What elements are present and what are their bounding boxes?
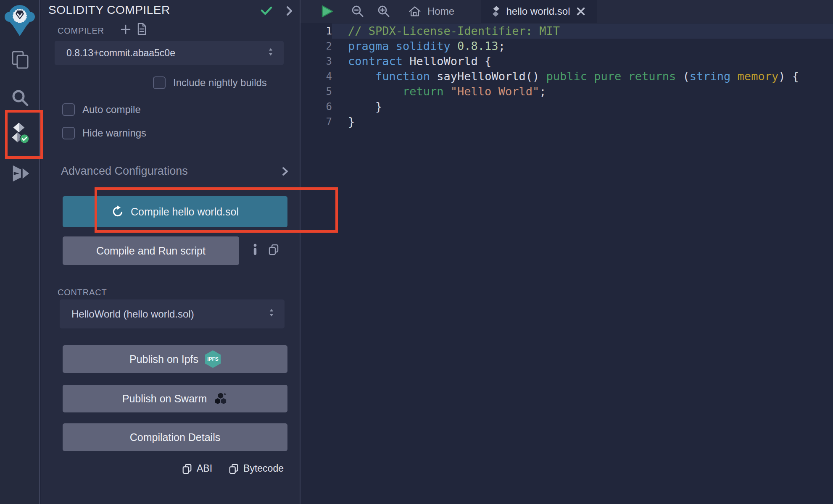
auto-compile-checkbox[interactable] <box>62 103 75 116</box>
zoom-out-icon[interactable] <box>351 0 364 23</box>
compile-button-label: Compile hello world.sol <box>131 206 239 218</box>
tab-hello-world-sol[interactable]: hello world.sol <box>481 0 597 23</box>
select-arrows-icon <box>267 307 276 321</box>
swarm-icon <box>214 392 228 405</box>
compile-success-check-icon <box>260 4 273 18</box>
include-nightly-checkbox[interactable] <box>153 76 166 89</box>
editor-tabbar: Home hello world.sol <box>301 0 833 23</box>
contract-section-label: CONTRACT <box>58 288 107 297</box>
deploy-run-icon[interactable] <box>10 163 31 184</box>
code-line: 3contract HelloWorld { <box>301 54 833 69</box>
close-tab-icon[interactable] <box>576 6 586 16</box>
copy-abi-button[interactable]: ABI <box>182 463 212 474</box>
remix-ide-window: SOLIDITY COMPILER COMPILER 0.8.13+commit… <box>0 0 833 504</box>
abi-label: ABI <box>197 463 212 474</box>
publish-ipfs-label: Publish on Ipfs <box>129 353 198 365</box>
panel-title: SOLIDITY COMPILER <box>48 3 170 17</box>
advanced-configurations-label: Advanced Configurations <box>61 165 188 178</box>
bytecode-label: Bytecode <box>243 463 284 474</box>
line-number: 4 <box>301 69 332 84</box>
advanced-configurations-toggle[interactable]: Advanced Configurations <box>61 165 290 178</box>
copy-icon <box>182 463 192 474</box>
panel-chevron-right-icon[interactable] <box>284 5 295 18</box>
code-line: 1// SPDX-License-Identifier: MIT <box>301 24 833 39</box>
code-line: 2pragma solidity 0.8.13; <box>301 39 833 54</box>
solidity-compiler-panel: SOLIDITY COMPILER COMPILER 0.8.13+commit… <box>41 0 301 504</box>
publish-swarm-button[interactable]: Publish on Swarm <box>63 385 287 412</box>
editor-area: Home hello world.sol 1// SPDX-License-Id… <box>301 0 833 504</box>
activity-bar <box>0 0 40 504</box>
code-editor[interactable]: 1// SPDX-License-Identifier: MIT2pragma … <box>301 23 833 504</box>
compiler-doc-icon[interactable] <box>136 23 148 37</box>
select-arrows-icon <box>266 47 275 59</box>
compilation-details-label: Compilation Details <box>130 431 220 444</box>
add-compiler-icon[interactable] <box>120 24 132 37</box>
code-line: 7} <box>301 114 833 129</box>
hide-warnings-checkbox-row[interactable]: Hide warnings <box>62 127 146 139</box>
compile-button[interactable]: Compile hello world.sol <box>63 196 287 227</box>
remix-logo-icon[interactable] <box>5 3 35 37</box>
compiler-version-value: 0.8.13+commit.abaa5c0e <box>55 47 266 59</box>
search-icon[interactable] <box>10 87 31 108</box>
contract-select-value: HelloWorld (hello world.sol) <box>60 308 267 320</box>
hide-warnings-label: Hide warnings <box>82 127 146 139</box>
copy-script-icon[interactable] <box>268 244 279 257</box>
compiler-version-select[interactable]: 0.8.13+commit.abaa5c0e <box>55 41 284 65</box>
solidity-compiler-icon[interactable] <box>8 123 29 144</box>
tab-home[interactable]: Home <box>404 0 459 23</box>
compilation-details-button[interactable]: Compilation Details <box>63 423 287 451</box>
compile-and-run-label: Compile and Run script <box>96 245 206 257</box>
info-icon[interactable] <box>250 243 261 257</box>
home-icon <box>408 5 422 18</box>
solidity-file-icon <box>492 5 501 17</box>
line-number: 5 <box>301 84 332 99</box>
line-number: 7 <box>301 114 332 129</box>
line-number: 1 <box>301 24 332 39</box>
ipfs-icon: IPFS <box>205 350 221 368</box>
publish-ipfs-button[interactable]: Publish on Ipfs IPFS <box>63 345 287 373</box>
publish-swarm-label: Publish on Swarm <box>122 393 207 405</box>
code-line: 4 function sayHelloWorld() public pure r… <box>301 69 833 84</box>
tab-file-label: hello world.sol <box>506 5 570 17</box>
copy-bytecode-button[interactable]: Bytecode <box>228 463 284 474</box>
include-nightly-label: Include nightly builds <box>173 77 267 89</box>
auto-compile-label: Auto compile <box>82 104 141 116</box>
tab-home-label: Home <box>427 5 454 17</box>
indent-guide <box>376 84 376 99</box>
line-number: 3 <box>301 54 332 69</box>
compiler-section-label: COMPILER <box>58 26 104 36</box>
auto-compile-checkbox-row[interactable]: Auto compile <box>62 103 141 116</box>
line-number: 6 <box>301 99 332 114</box>
code-line: 5 return "Hello World"; <box>301 84 833 99</box>
refresh-icon <box>111 205 124 218</box>
hide-warnings-checkbox[interactable] <box>62 127 75 139</box>
include-nightly-checkbox-row[interactable]: Include nightly builds <box>153 76 267 89</box>
code-line: 6 } <box>301 99 833 114</box>
run-script-play-icon[interactable] <box>320 0 334 23</box>
copy-icon <box>228 463 239 474</box>
abi-bytecode-row: ABI Bytecode <box>182 463 284 474</box>
contract-select[interactable]: HelloWorld (hello world.sol) <box>60 299 285 328</box>
file-explorer-icon[interactable] <box>10 50 31 71</box>
line-number: 2 <box>301 39 332 54</box>
indent-guide <box>376 99 376 114</box>
zoom-in-icon[interactable] <box>377 0 390 23</box>
advanced-chevron-right-icon <box>280 166 290 176</box>
compile-and-run-button[interactable]: Compile and Run script <box>63 236 239 265</box>
